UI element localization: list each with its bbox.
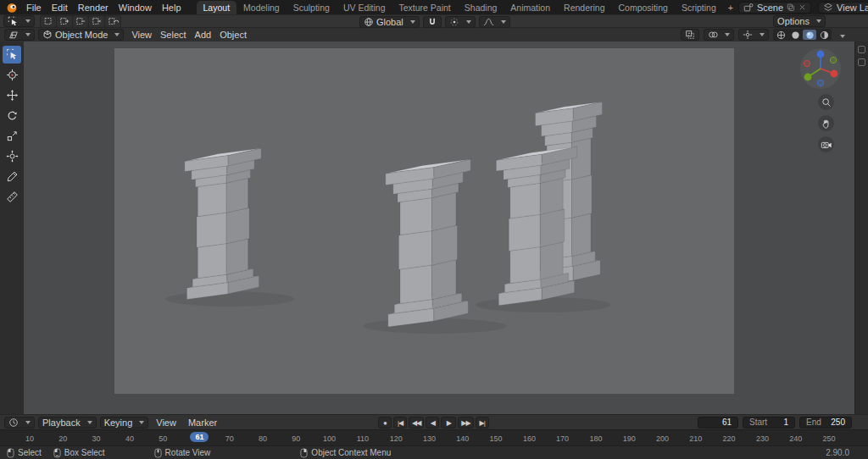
unlink-scene-icon[interactable]	[798, 3, 806, 11]
viewport-menu-object[interactable]: Object	[215, 30, 251, 40]
timeline-editor-type-selector[interactable]	[4, 417, 35, 429]
viewport-3d[interactable]	[24, 41, 854, 414]
new-scene-icon[interactable]	[787, 3, 795, 12]
tool-measure[interactable]	[3, 188, 21, 206]
keying-menu[interactable]: Keying	[100, 417, 149, 429]
viewport-nav-buttons	[818, 94, 834, 152]
pillar-left[interactable]	[185, 148, 261, 299]
jump-to-end-button[interactable]: ▶|	[476, 417, 489, 429]
tab-texture-paint[interactable]: Texture Paint	[392, 1, 458, 14]
gizmo-axis-y[interactable]	[804, 74, 812, 81]
options-dropdown[interactable]: Options	[773, 15, 826, 27]
tool-transform[interactable]	[3, 147, 21, 165]
shading-dropdown-icon[interactable]	[836, 30, 845, 40]
mmb-icon	[157, 449, 159, 452]
tab-compositing[interactable]: Compositing	[612, 1, 675, 14]
navigation-gizmo[interactable]	[798, 47, 843, 91]
blender-logo-icon[interactable]	[6, 2, 18, 14]
select-mode-intersect-icon[interactable]	[105, 16, 120, 27]
tool-move[interactable]	[3, 86, 21, 104]
camera-view-icon[interactable]	[818, 136, 834, 152]
proportional-falloff-selector[interactable]	[479, 16, 510, 28]
tab-rendering[interactable]: Rendering	[557, 1, 611, 14]
shading-solid-icon[interactable]	[788, 30, 802, 40]
shading-wireframe-icon[interactable]	[774, 30, 787, 40]
menu-edit[interactable]: Edit	[47, 2, 73, 14]
tab-sculpting[interactable]: Sculpting	[287, 1, 337, 14]
menu-file[interactable]: File	[21, 2, 47, 14]
viewport-menu-add[interactable]: Add	[191, 30, 216, 40]
start-frame-field[interactable]: Start 1	[743, 417, 795, 429]
tab-modeling[interactable]: Modeling	[236, 1, 287, 14]
tab-layout[interactable]: Layout	[197, 1, 237, 14]
status-rotate-view: Rotate View	[154, 448, 211, 458]
version-label: 2.90.0	[826, 448, 849, 457]
collapsed-editor-strip[interactable]	[854, 41, 868, 414]
zoom-icon[interactable]	[818, 94, 834, 110]
prev-keyframe-button[interactable]: ◀◀	[409, 417, 424, 429]
gizmo-axis-z[interactable]	[817, 51, 825, 58]
tool-annotate[interactable]	[3, 168, 21, 185]
start-value: 1	[783, 418, 788, 427]
select-mode-extend-icon[interactable]	[57, 16, 72, 27]
tool-shelf	[0, 41, 24, 414]
viewport-menu-select[interactable]: Select	[156, 30, 191, 40]
tab-animation[interactable]: Animation	[504, 1, 557, 14]
timeline-ruler[interactable]: 61 1020304050708090100110120130140150160…	[0, 429, 868, 445]
current-frame-field[interactable]: 61	[698, 417, 738, 429]
tool-rotate[interactable]	[3, 107, 21, 124]
active-tool-selector[interactable]	[3, 15, 35, 27]
snap-toggle[interactable]	[423, 16, 442, 28]
gizmo-axis-x-neg[interactable]	[804, 60, 810, 66]
view-layer-selector[interactable]: View Layer	[818, 2, 868, 14]
ruler-tick-140: 140	[456, 434, 469, 443]
play-button[interactable]: ▶	[441, 417, 456, 429]
ruler-tick-130: 130	[423, 434, 436, 443]
current-frame-indicator[interactable]: 61	[190, 432, 209, 442]
menu-help[interactable]: Help	[157, 2, 186, 14]
shading-material-icon[interactable]	[803, 30, 816, 40]
timeline-view-menu[interactable]: View	[152, 418, 181, 428]
end-value: 250	[831, 418, 845, 427]
select-mode-invert-icon[interactable]	[89, 16, 104, 27]
overlays-icon[interactable]	[704, 29, 734, 41]
menu-render[interactable]: Render	[73, 2, 114, 14]
toggle-xray-icon[interactable]	[681, 29, 699, 41]
status-box-select: Box Select	[53, 448, 105, 458]
scene-canvas[interactable]	[114, 48, 734, 394]
pan-hand-icon[interactable]	[818, 115, 834, 131]
editor-type-selector[interactable]	[4, 29, 35, 41]
gizmo-axis-y-neg[interactable]	[830, 57, 836, 63]
tool-select-box[interactable]	[3, 46, 21, 64]
next-keyframe-button[interactable]: ▶▶	[458, 417, 473, 429]
add-workspace-button[interactable]: +	[723, 1, 738, 14]
select-mode-subtract-icon[interactable]	[73, 16, 88, 27]
gizmos-icon[interactable]	[738, 29, 769, 41]
ruler-tick-10: 10	[25, 434, 34, 443]
viewport-menu-view[interactable]: View	[127, 30, 156, 40]
transform-orientation-selector[interactable]: Global	[359, 16, 420, 28]
ruler-tick-150: 150	[490, 434, 503, 443]
tab-shading[interactable]: Shading	[458, 1, 504, 14]
end-frame-field[interactable]: End 250	[799, 417, 852, 429]
viewport-header-right	[681, 29, 845, 41]
auto-key-record-button[interactable]: ●	[378, 417, 392, 429]
gizmo-axis-z-neg[interactable]	[817, 80, 823, 86]
playback-menu[interactable]: Playback	[38, 417, 97, 429]
tab-uv-editing[interactable]: UV Editing	[337, 1, 392, 14]
tab-scripting[interactable]: Scripting	[675, 1, 723, 14]
gizmo-axis-x[interactable]	[831, 70, 838, 78]
timeline-marker-menu[interactable]: Marker	[184, 418, 221, 428]
play-reverse-button[interactable]: ◀	[426, 417, 439, 429]
scene-selector[interactable]: Scene	[738, 2, 811, 14]
camera-view-region[interactable]	[114, 48, 734, 394]
tool-scale[interactable]	[3, 127, 21, 145]
mode-selector[interactable]: Object Mode	[38, 29, 124, 41]
menu-window[interactable]: Window	[114, 2, 157, 14]
snap-target-selector[interactable]	[445, 16, 476, 28]
jump-to-start-button[interactable]: |◀	[393, 417, 407, 429]
pillar-center[interactable]	[386, 159, 471, 327]
select-mode-set-icon[interactable]	[41, 16, 56, 27]
shading-rendered-icon[interactable]	[817, 30, 831, 40]
tool-cursor[interactable]	[3, 66, 21, 84]
